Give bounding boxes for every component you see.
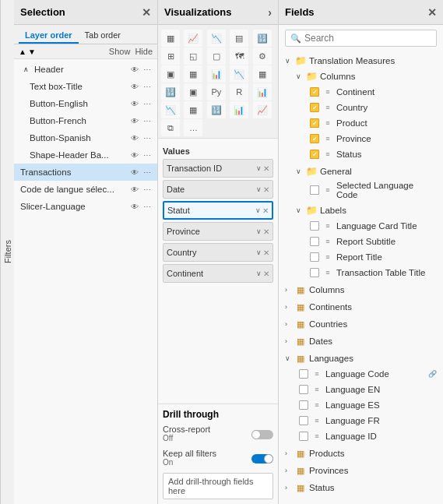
field-checkbox-language-card-title[interactable] (310, 221, 319, 231)
more-options-icon[interactable]: ⋯ (142, 132, 153, 143)
viz-icon-17[interactable]: Py (207, 83, 226, 100)
layer-item-text-box-title[interactable]: Text box-Title 👁 ⋯ (14, 78, 157, 95)
field-item-continent[interactable]: ≡Continent (282, 84, 440, 100)
viz-icon-25[interactable]: ⧉ (161, 119, 180, 136)
viz-icon-8[interactable]: 🗺 (230, 48, 248, 65)
viz-icon-3[interactable]: ▤ (230, 30, 248, 47)
filters-tab[interactable]: Filters (0, 0, 14, 504)
eye-icon[interactable]: 👁 (129, 167, 140, 178)
cross-report-toggle[interactable] (251, 430, 273, 439)
eye-icon[interactable]: 👁 (129, 132, 140, 143)
viz-icon-5[interactable]: ⊞ (161, 48, 180, 65)
field-group-header-labels-group[interactable]: ∨📁Labels (282, 203, 440, 218)
field-checkbox-report-subtitle[interactable] (310, 237, 319, 246)
field-checkbox-continent[interactable] (310, 87, 319, 97)
viz-expand-icon[interactable]: › (268, 6, 272, 19)
viz-icon-9[interactable]: ⚙ (253, 48, 272, 65)
more-options-icon[interactable]: ⋯ (142, 115, 153, 126)
field-group-header-countries-table[interactable]: ›▦Countries (282, 316, 440, 332)
layer-item-button-french[interactable]: Button-French 👁 ⋯ (14, 112, 157, 129)
keep-filters-toggle[interactable] (251, 454, 273, 463)
layer-item-code-langue[interactable]: Code de langue sélec... 👁 ⋯ (14, 181, 157, 198)
viz-icon-7[interactable]: ▢ (207, 48, 226, 65)
value-field-statut[interactable]: Statut ∨ ✕ (163, 201, 273, 220)
search-input[interactable] (304, 33, 431, 44)
field-item-language-card-title[interactable]: ≡Language Card Title (282, 218, 440, 234)
viz-icon-14[interactable]: ▦ (253, 65, 272, 83)
field-checkbox-language-en[interactable] (299, 385, 308, 394)
viz-icon-24[interactable]: 📈 (253, 101, 272, 118)
more-options-icon[interactable]: ⋯ (142, 184, 153, 195)
layer-item-transactions[interactable]: Transactions 👁 ⋯ (14, 164, 157, 181)
viz-icon-23[interactable]: 📊 (230, 101, 248, 118)
field-group-header-dates-table[interactable]: ›▦Dates (282, 333, 440, 349)
tab-tab-order[interactable]: Tab order (79, 28, 127, 44)
eye-icon[interactable]: 👁 (129, 115, 140, 126)
viz-icon-20[interactable]: 📉 (161, 101, 180, 118)
field-remove-icon[interactable]: ✕ (263, 164, 269, 173)
eye-icon[interactable]: 👁 (129, 150, 140, 160)
field-group-header-translation-measures[interactable]: ∨📁Translation Measures (282, 53, 440, 69)
more-options-icon[interactable]: ⋯ (142, 150, 153, 160)
layer-item-button-english[interactable]: Button-English 👁 ⋯ (14, 95, 157, 112)
viz-icon-10[interactable]: ▣ (161, 65, 180, 83)
field-checkbox-language-id[interactable] (299, 432, 308, 441)
viz-icon-6[interactable]: ◱ (184, 48, 202, 65)
field-item-province[interactable]: ≡Province (282, 131, 440, 146)
fields-expand-icon[interactable]: ✕ (427, 6, 437, 19)
field-item-product[interactable]: ≡Product (282, 115, 440, 131)
field-item-selected-language-code[interactable]: ≡Selected Language Code (282, 179, 440, 201)
field-item-status[interactable]: ≡Status (282, 146, 440, 162)
layer-item-header[interactable]: ∧ Header 👁 ⋯ (14, 61, 157, 78)
search-box[interactable]: 🔍 (285, 30, 437, 47)
layer-item-button-spanish[interactable]: Button-Spanish 👁 ⋯ (14, 129, 157, 146)
field-group-header-products-table[interactable]: ›▦Products (282, 446, 440, 461)
field-item-language-en[interactable]: ≡Language EN (282, 382, 440, 397)
eye-icon[interactable]: 👁 (129, 81, 140, 92)
layer-item-slicer-language[interactable]: Slicer-Language 👁 ⋯ (14, 198, 157, 215)
field-checkbox-report-title[interactable] (310, 252, 319, 262)
field-item-language-id[interactable]: ≡Language ID (282, 428, 440, 444)
selection-close-icon[interactable]: ✕ (142, 6, 151, 19)
value-field-transaction-id[interactable]: Transaction ID ∨ ✕ (163, 159, 273, 178)
field-checkbox-language-code[interactable] (299, 369, 308, 379)
field-item-transaction-table-title[interactable]: ≡Transaction Table Title (282, 265, 440, 280)
more-options-icon[interactable]: ⋯ (142, 201, 153, 212)
layer-item-shape-header[interactable]: Shape-Header Ba... 👁 ⋯ (14, 146, 157, 164)
tab-layer-order[interactable]: Layer order (19, 28, 79, 44)
arrow-up-icon[interactable]: ▲ (19, 48, 26, 56)
viz-icon-12[interactable]: 📊 (207, 65, 226, 83)
viz-icon-22[interactable]: 🔢 (207, 101, 226, 118)
field-item-report-subtitle[interactable]: ≡Report Subtitle (282, 234, 440, 249)
field-checkbox-language-fr[interactable] (299, 416, 308, 425)
add-drill-through-button[interactable]: Add drill-through fields here (163, 473, 273, 499)
field-group-header-general-group[interactable]: ∨📁General (282, 164, 440, 179)
eye-icon[interactable]: 👁 (129, 184, 140, 195)
field-remove-icon[interactable]: ✕ (262, 206, 269, 215)
field-remove-icon[interactable]: ✕ (263, 227, 269, 236)
field-item-language-code[interactable]: ≡Language Code🔗 (282, 366, 440, 382)
field-group-header-columns-group[interactable]: ∨📁Columns (282, 69, 440, 84)
more-options-icon[interactable]: ⋯ (142, 167, 153, 178)
field-remove-icon[interactable]: ✕ (263, 248, 269, 257)
viz-icon-0[interactable]: ▦ (161, 30, 180, 47)
viz-icon-15[interactable]: 🔢 (161, 83, 180, 100)
value-field-continent[interactable]: Continent ∨ ✕ (163, 264, 273, 283)
field-group-header-status-table[interactable]: ›▦Status (282, 480, 440, 495)
viz-icon-16[interactable]: ▣ (184, 83, 202, 100)
field-remove-icon[interactable]: ✕ (263, 185, 269, 194)
value-field-date[interactable]: Date ∨ ✕ (163, 180, 273, 199)
viz-icon-26[interactable]: … (184, 119, 202, 136)
field-remove-icon[interactable]: ✕ (263, 270, 269, 278)
field-item-report-title[interactable]: ≡Report Title (282, 249, 440, 265)
eye-icon[interactable]: 👁 (129, 201, 140, 212)
viz-icon-13[interactable]: 📉 (230, 65, 248, 83)
field-checkbox-province[interactable] (310, 134, 319, 143)
field-checkbox-country[interactable] (310, 103, 319, 112)
field-group-header-provinces-table[interactable]: ›▦Provinces (282, 463, 440, 478)
field-checkbox-selected-language-code[interactable] (310, 185, 319, 195)
field-checkbox-transaction-table-title[interactable] (310, 268, 319, 277)
value-field-country[interactable]: Country ∨ ✕ (163, 243, 273, 262)
field-group-header-continents-table[interactable]: ›▦Continents (282, 299, 440, 315)
value-field-province[interactable]: Province ∨ ✕ (163, 222, 273, 241)
